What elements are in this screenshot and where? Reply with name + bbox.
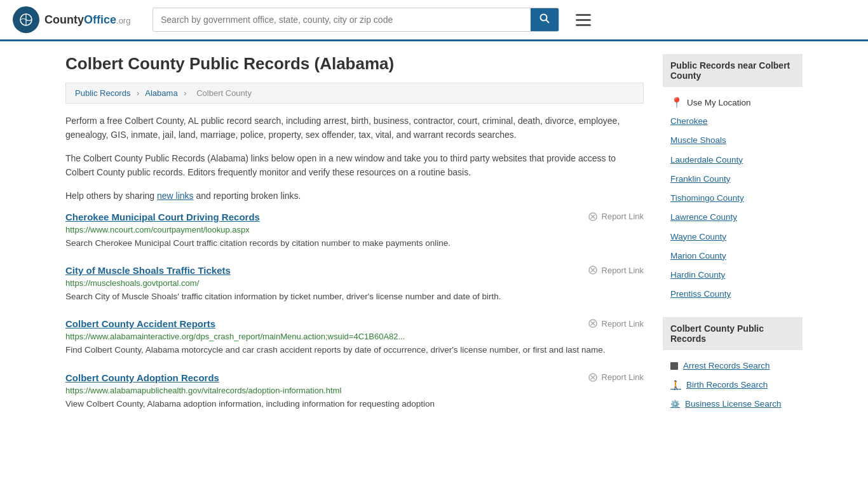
logo[interactable]: CountyOffice.org xyxy=(13,6,140,33)
sidebar-link-business-license[interactable]: ⚙️ Business License Search xyxy=(663,395,803,414)
report-link-button[interactable]: Report Link xyxy=(588,265,644,275)
sidebar-link-prentiss[interactable]: Prentiss County xyxy=(663,285,803,304)
record-title[interactable]: Colbert County Adoption Records xyxy=(65,372,219,383)
nearby-section: Public Records near Colbert County 📍 Use… xyxy=(663,54,803,304)
record-header: City of Muscle Shoals Traffic Tickets Re… xyxy=(65,265,644,276)
location-pin-icon: 📍 xyxy=(670,97,683,109)
record-desc: Search Cherokee Municipal Court traffic … xyxy=(65,237,644,250)
breadcrumb-sep-1: › xyxy=(137,88,139,98)
business-icon: ⚙️ xyxy=(670,400,680,408)
sidebar-link-muscle-shoals[interactable]: Muscle Shoals xyxy=(663,131,803,150)
intro-paragraph-2: The Colbert County Public Records (Alaba… xyxy=(65,151,644,180)
breadcrumb: Public Records › Alabama › Colbert Count… xyxy=(65,83,644,104)
report-link-icon xyxy=(588,212,598,222)
record-header: Cherokee Municipal Court Driving Records… xyxy=(65,212,644,222)
record-url[interactable]: https://www.ncourt.com/courtpayment/look… xyxy=(65,225,644,234)
public-records-heading: Colbert County Public Records xyxy=(663,317,803,350)
intro-paragraph-3: Help others by sharing new links and rep… xyxy=(65,189,644,203)
report-link-button[interactable]: Report Link xyxy=(588,318,644,329)
sidebar-link-tishomingo[interactable]: Tishomingo County xyxy=(663,189,803,208)
content-area: Colbert County Public Records (Alabama) … xyxy=(65,54,644,426)
breadcrumb-public-records[interactable]: Public Records xyxy=(75,88,130,98)
record-item: Cherokee Municipal Court Driving Records… xyxy=(65,212,644,250)
sidebar-link-arrest-records[interactable]: Arrest Records Search xyxy=(663,356,803,376)
svg-line-3 xyxy=(546,20,550,24)
search-button[interactable] xyxy=(531,8,559,31)
sidebar: Public Records near Colbert County 📍 Use… xyxy=(663,54,803,426)
use-location-button[interactable]: 📍 Use My Location xyxy=(663,93,803,112)
site-header: CountyOffice.org xyxy=(0,0,868,41)
svg-point-2 xyxy=(541,15,547,21)
search-bar xyxy=(153,8,559,32)
birth-icon: 🚶 xyxy=(670,381,681,390)
record-title[interactable]: Colbert County Accident Reports xyxy=(65,318,215,329)
report-link-button[interactable]: Report Link xyxy=(588,212,644,222)
record-desc: View Colbert County, Alabama adoption in… xyxy=(65,398,644,410)
record-header: Colbert County Adoption Records Report L… xyxy=(65,372,644,383)
record-title[interactable]: Cherokee Municipal Court Driving Records xyxy=(65,212,260,222)
report-link-icon xyxy=(588,372,598,383)
search-input[interactable] xyxy=(153,8,531,31)
record-desc: Search City of Muscle Shoals' traffic ci… xyxy=(65,290,644,303)
breadcrumb-alabama[interactable]: Alabama xyxy=(145,88,177,98)
record-url[interactable]: https://www.alabamapublichealth.gov/vita… xyxy=(65,386,644,395)
record-url[interactable]: https://www.alabamainteractive.org/dps_c… xyxy=(65,332,644,341)
use-location-label: Use My Location xyxy=(687,98,751,107)
sidebar-link-lauderdale[interactable]: Lauderdale County xyxy=(663,151,803,170)
new-links-link[interactable]: new links xyxy=(157,191,194,201)
record-desc: Find Colbert County, Alabama motorcycle … xyxy=(65,344,644,356)
sidebar-link-hardin[interactable]: Hardin County xyxy=(663,266,803,285)
report-link-button[interactable]: Report Link xyxy=(588,372,644,383)
report-link-icon xyxy=(588,318,598,329)
sidebar-link-franklin[interactable]: Franklin County xyxy=(663,170,803,189)
breadcrumb-colbert: Colbert County xyxy=(196,88,252,98)
arrest-icon xyxy=(670,362,678,370)
record-title[interactable]: City of Muscle Shoals Traffic Tickets xyxy=(65,265,231,276)
nearby-heading: Public Records near Colbert County xyxy=(663,54,803,87)
page-title: Colbert County Public Records (Alabama) xyxy=(65,54,644,74)
record-item: Colbert County Adoption Records Report L… xyxy=(65,372,644,410)
record-url[interactable]: https://muscleshoals.govtportal.com/ xyxy=(65,278,644,288)
breadcrumb-sep-2: › xyxy=(184,88,186,98)
record-item: Colbert County Accident Reports Report L… xyxy=(65,318,644,356)
sidebar-link-lawrence[interactable]: Lawrence County xyxy=(663,208,803,227)
logo-text: CountyOffice.org xyxy=(44,13,130,27)
sidebar-link-wayne[interactable]: Wayne County xyxy=(663,227,803,247)
sidebar-link-cherokee[interactable]: Cherokee xyxy=(663,112,803,131)
intro-paragraph-1: Perform a free Colbert County, AL public… xyxy=(65,114,644,142)
report-link-icon xyxy=(588,265,598,275)
public-records-section: Colbert County Public Records Arrest Rec… xyxy=(663,317,803,414)
record-item: City of Muscle Shoals Traffic Tickets Re… xyxy=(65,265,644,303)
hamburger-menu-button[interactable] xyxy=(572,10,595,30)
main-container: Colbert County Public Records (Alabama) … xyxy=(53,41,815,439)
sidebar-link-marion[interactable]: Marion County xyxy=(663,247,803,266)
logo-icon xyxy=(13,6,39,33)
sidebar-link-birth-records[interactable]: 🚶 Birth Records Search xyxy=(663,376,803,395)
record-header: Colbert County Accident Reports Report L… xyxy=(65,318,644,329)
